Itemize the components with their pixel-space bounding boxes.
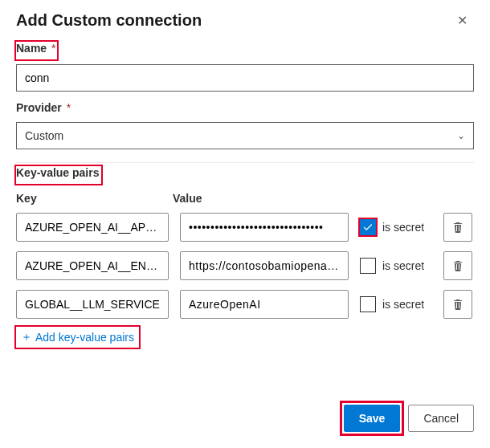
kv-secret-label: is secret xyxy=(382,298,424,311)
provider-section: Provider * Custom ⌄ xyxy=(0,96,490,154)
kv-row: is secret xyxy=(0,285,490,324)
required-marker: * xyxy=(67,101,71,114)
kv-value-header: Value xyxy=(173,192,474,205)
close-icon: ✕ xyxy=(457,14,468,27)
plus-icon: ＋ xyxy=(21,330,32,344)
divider xyxy=(16,162,474,163)
dialog-title: Add Custom connection xyxy=(16,11,202,30)
kv-secret-wrap: is secret xyxy=(360,296,432,312)
provider-label: Provider xyxy=(16,101,62,114)
kv-delete-button[interactable] xyxy=(443,251,472,280)
required-marker: * xyxy=(51,42,55,55)
kv-secret-wrap: is secret xyxy=(360,219,432,235)
cancel-button[interactable]: Cancel xyxy=(408,405,474,432)
kv-value-input[interactable] xyxy=(180,290,349,319)
kv-key-input[interactable] xyxy=(16,290,169,319)
kv-value-input[interactable] xyxy=(180,213,349,242)
trash-icon xyxy=(451,298,464,311)
kv-value-input[interactable] xyxy=(180,251,349,280)
kv-key-header: Key xyxy=(16,192,173,205)
chevron-down-icon: ⌄ xyxy=(457,130,465,141)
add-kv-section: ＋ Add key-value pairs xyxy=(0,324,490,352)
provider-select[interactable]: Custom ⌄ xyxy=(16,122,474,149)
provider-value: Custom xyxy=(25,129,63,142)
kv-section-label-highlight: Key-value pairs xyxy=(16,166,101,184)
add-kv-highlight: ＋ Add key-value pairs xyxy=(16,327,139,348)
kv-header-row: Key Value xyxy=(0,189,490,208)
kv-secret-checkbox[interactable] xyxy=(360,296,376,312)
kv-key-input[interactable] xyxy=(16,251,169,280)
close-button[interactable]: ✕ xyxy=(450,8,474,32)
kv-section-label: Key-value pairs xyxy=(16,166,100,179)
kv-secret-wrap: is secret xyxy=(360,258,432,274)
kv-secret-label: is secret xyxy=(382,259,424,272)
save-button[interactable]: Save xyxy=(344,405,401,432)
kv-secret-checkbox[interactable] xyxy=(360,219,376,235)
kv-secret-checkbox[interactable] xyxy=(360,258,376,274)
kv-key-input[interactable] xyxy=(16,213,169,242)
check-icon xyxy=(362,222,374,233)
add-kv-button[interactable]: ＋ Add key-value pairs xyxy=(18,328,137,346)
trash-icon xyxy=(451,221,464,234)
dialog-header: Add Custom connection ✕ xyxy=(0,0,490,37)
name-label-highlight: Name * xyxy=(16,42,57,59)
kv-rows-container: is secretis secretis secret xyxy=(0,208,490,324)
name-input[interactable] xyxy=(16,64,474,92)
trash-icon xyxy=(451,259,464,272)
kv-delete-button[interactable] xyxy=(443,290,472,319)
name-section: Name * xyxy=(0,37,490,96)
kv-delete-button[interactable] xyxy=(443,213,472,242)
kv-section: Key-value pairs xyxy=(0,166,490,189)
save-button-highlight: Save xyxy=(344,405,401,432)
kv-secret-label: is secret xyxy=(382,221,424,234)
kv-row: is secret xyxy=(0,208,490,246)
name-label: Name xyxy=(16,42,47,55)
dialog-footer: Save Cancel xyxy=(344,405,474,432)
kv-row: is secret xyxy=(0,246,490,285)
add-kv-label: Add key-value pairs xyxy=(35,331,134,344)
